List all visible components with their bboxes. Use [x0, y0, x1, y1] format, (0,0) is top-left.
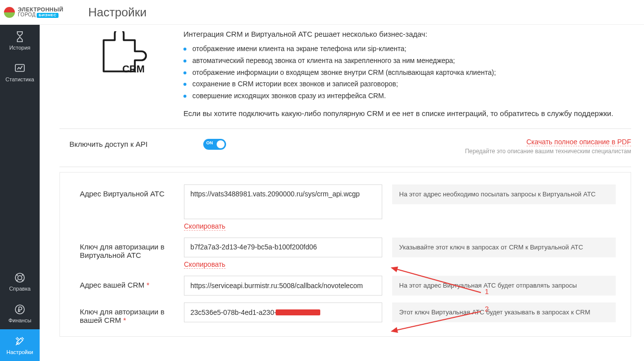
copy-link[interactable]: Скопировать [184, 222, 226, 231]
bullet-item: автоматический перевод звонка от клиента… [183, 55, 631, 67]
copy-link[interactable]: Скопировать [184, 260, 226, 269]
vats-key-field[interactable] [184, 238, 382, 257]
field-help: Указывайте этот ключ в запросах от CRM к… [392, 238, 616, 257]
bullet-item: совершение исходящих звонков сразу из ин… [183, 90, 631, 102]
nav-label: Настройки [6, 349, 33, 355]
chart-icon [14, 62, 26, 74]
field-label: Ключ для авторизации в Виртуальной АТС [80, 238, 184, 259]
page-title: Настройки [88, 5, 147, 19]
nav-label: История [9, 45, 31, 51]
logo-badge: БИЗНЕС [37, 13, 59, 18]
download-pdf-sub: Передайте это описание вашим техническим… [465, 148, 631, 155]
ruble-icon [14, 303, 26, 315]
main-content: CRM Интеграция CRM и Виртуальной АТС реш… [40, 25, 644, 361]
field-label: Ключ для авторизации в вашей CRM * [80, 302, 184, 324]
intro-tail: Если вы хотите подключить какую-либо поп… [183, 109, 631, 118]
nav-settings[interactable]: Настройки [0, 329, 40, 361]
toggle-on-text: ON [206, 140, 213, 145]
nav-history[interactable]: История [0, 25, 40, 57]
field-help: На этот адрес Виртуальная АТС будет отпр… [392, 276, 616, 296]
nav-finance[interactable]: Финансы [0, 298, 40, 329]
redaction-mark [276, 309, 320, 315]
divider [59, 128, 631, 129]
logo-icon [4, 7, 15, 18]
api-form: Адрес Виртуальной АТС Скопировать На это… [59, 172, 631, 337]
bullet-item: отображение имени клиента на экране теле… [183, 43, 631, 55]
svg-point-2 [18, 276, 22, 280]
svg-text:CRM: CRM [122, 63, 145, 74]
brand-logo[interactable]: ЭЛЕКТРОННЫЙ ГОРОДБИЗНЕС [4, 7, 78, 18]
row-crm-address: Адрес вашей CRM * На этот адрес Виртуаль… [80, 276, 616, 296]
left-nav: История Статистика Справка Финансы Нас [0, 25, 40, 361]
tools-icon [14, 335, 26, 347]
divider [59, 167, 631, 167]
api-toggle-label: Включить доступ к API [69, 138, 183, 148]
annotation-label-1: 1 [485, 288, 489, 296]
vats-address-field[interactable] [184, 184, 382, 219]
download-pdf-link[interactable]: Скачать полное описание в PDF [527, 138, 631, 146]
nav-label: Статистика [5, 76, 34, 82]
field-label: Адрес вашей CRM * [80, 276, 184, 289]
row-vats-key: Ключ для авторизации в Виртуальной АТС С… [80, 238, 616, 269]
bullet-item: сохранение в CRM истории всех звонков и … [183, 78, 631, 90]
api-toggle[interactable]: ON [203, 139, 226, 150]
logo-text: ЭЛЕКТРОННЫЙ ГОРОДБИЗНЕС [18, 7, 63, 18]
top-header: ЭЛЕКТРОННЫЙ ГОРОДБИЗНЕС Настройки [0, 0, 644, 25]
crm-address-input[interactable] [184, 276, 382, 296]
crm-illustration: CRM [89, 30, 154, 77]
nav-label: Справка [9, 286, 30, 292]
field-label: Адрес Виртуальной АТС [80, 184, 184, 198]
intro-lead: Интеграция CRM и Виртуальной АТС решает … [183, 30, 631, 38]
svg-point-3 [15, 305, 24, 314]
intro-bullets: отображение имени клиента на экране теле… [183, 43, 631, 102]
row-vats-address: Адрес Виртуальной АТС Скопировать На это… [80, 184, 616, 231]
nav-label: Финансы [8, 317, 31, 323]
nav-stats[interactable]: Статистика [0, 57, 40, 88]
hourglass-icon [14, 31, 26, 43]
nav-help[interactable]: Справка [0, 266, 40, 298]
field-help: Этот ключ Виртуальная АТС будет указыват… [392, 302, 616, 322]
field-help: На этот адрес необходимо посылать запрос… [392, 184, 616, 204]
row-crm-key: Ключ для авторизации в вашей CRM * Этот … [80, 302, 616, 324]
annotation-label-2: 2 [485, 305, 489, 313]
bullet-item: отображение информации о входящем звонке… [183, 67, 631, 79]
lifebuoy-icon [14, 272, 26, 284]
